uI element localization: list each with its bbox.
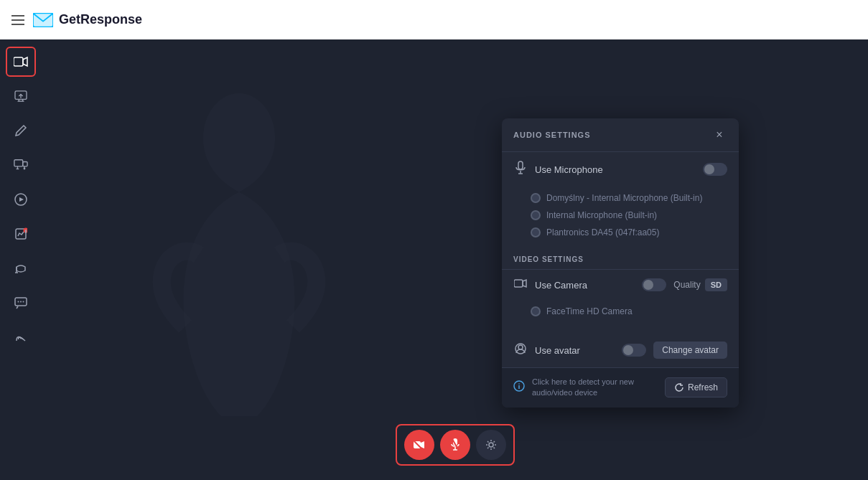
mic-option-label-0: Domyślny - Internal Microphone (Built-in… xyxy=(546,193,702,203)
sidebar-item-broadcast[interactable] xyxy=(6,322,36,352)
svg-marker-32 xyxy=(523,280,526,287)
use-avatar-label: Use avatar xyxy=(535,345,615,356)
change-avatar-button[interactable]: Change avatar xyxy=(653,342,727,359)
sidebar: ! xyxy=(0,39,42,480)
avatar-toggle[interactable] xyxy=(622,344,646,357)
detect-row: Click here to detect your new audio/vide… xyxy=(502,367,739,408)
sidebar-item-announcements[interactable] xyxy=(6,253,36,283)
mic-option-0[interactable]: Domyślny - Internal Microphone (Built-in… xyxy=(531,189,727,207)
use-microphone-label: Use Microphone xyxy=(535,164,696,175)
quality-label: Quality xyxy=(673,280,700,290)
svg-rect-31 xyxy=(514,280,523,287)
svg-point-26 xyxy=(23,301,24,303)
refresh-icon xyxy=(674,382,684,392)
svg-rect-9 xyxy=(14,160,23,166)
content-area: AUDIO SETTINGS × Use Microphone xyxy=(42,39,868,480)
background-silhouette xyxy=(113,75,365,434)
hamburger-menu[interactable] xyxy=(11,15,24,25)
microphone-toggle[interactable] xyxy=(703,163,727,176)
camera-options: FaceTime HD Camera xyxy=(502,300,739,327)
svg-point-45 xyxy=(489,443,493,447)
svg-point-34 xyxy=(518,345,523,349)
sidebar-item-reports[interactable]: ! xyxy=(6,219,36,249)
info-icon xyxy=(513,380,525,395)
radio-dot xyxy=(531,227,541,237)
sidebar-item-play[interactable] xyxy=(6,184,36,215)
svg-point-27 xyxy=(20,338,22,339)
logo-icon xyxy=(33,13,53,27)
svg-marker-3 xyxy=(23,57,27,66)
video-toggle-button[interactable] xyxy=(404,430,434,460)
logo-text: GetResponse xyxy=(59,12,142,27)
refresh-label: Refresh xyxy=(688,382,718,392)
svg-point-14 xyxy=(24,168,24,169)
mic-option-1[interactable]: Internal Microphone (Built-in) xyxy=(531,207,727,224)
radio-dot xyxy=(531,210,541,220)
svg-text:!: ! xyxy=(25,230,26,233)
svg-point-37 xyxy=(518,384,520,385)
microphone-options: Domyślny - Internal Microphone (Built-in… xyxy=(502,187,739,248)
refresh-button[interactable]: Refresh xyxy=(665,377,727,397)
panel-header: AUDIO SETTINGS × xyxy=(502,118,739,152)
main-area: ! xyxy=(0,39,868,480)
mic-option-label-1: Internal Microphone (Built-in) xyxy=(546,210,657,220)
settings-panel: AUDIO SETTINGS × Use Microphone xyxy=(502,118,739,408)
avatar-icon xyxy=(513,343,528,357)
use-camera-label: Use Camera xyxy=(535,280,635,291)
svg-rect-2 xyxy=(14,57,23,66)
video-off-icon xyxy=(414,441,425,449)
microphone-icon xyxy=(513,161,528,178)
svg-rect-10 xyxy=(23,161,27,166)
mic-toggle-button[interactable] xyxy=(440,430,470,460)
cam-option-label-0: FaceTime HD Camera xyxy=(546,306,633,316)
mic-off-icon xyxy=(451,438,459,451)
quality-badge: SD xyxy=(705,278,727,291)
use-camera-row: Use Camera Quality SD xyxy=(502,270,739,300)
settings-button[interactable] xyxy=(476,430,506,460)
svg-marker-16 xyxy=(19,197,24,202)
svg-rect-28 xyxy=(518,161,523,169)
svg-point-24 xyxy=(18,301,19,303)
svg-point-25 xyxy=(20,301,22,303)
sidebar-item-screen[interactable] xyxy=(6,81,36,111)
settings-icon xyxy=(485,439,497,451)
radio-dot xyxy=(531,306,541,316)
mic-option-label-2: Plantronics DA45 (047f:aa05) xyxy=(546,227,659,237)
sidebar-item-devices[interactable] xyxy=(6,150,36,180)
sidebar-item-chat[interactable] xyxy=(6,288,36,318)
cam-option-0[interactable]: FaceTime HD Camera xyxy=(531,303,727,320)
use-avatar-row: Use avatar Change avatar xyxy=(502,333,739,367)
panel-audio-title: AUDIO SETTINGS xyxy=(513,131,591,139)
svg-line-23 xyxy=(17,306,18,309)
logo: GetResponse xyxy=(33,12,142,27)
camera-icon xyxy=(513,278,528,291)
close-panel-button[interactable]: × xyxy=(711,127,727,143)
bottom-toolbar xyxy=(396,424,515,466)
mic-option-2[interactable]: Plantronics DA45 (047f:aa05) xyxy=(531,224,727,241)
sidebar-item-edit[interactable] xyxy=(6,116,36,146)
sidebar-item-video[interactable] xyxy=(6,47,36,77)
panel-body: Use Microphone Domyślny - Internal Micro… xyxy=(502,152,739,367)
radio-dot xyxy=(531,193,541,203)
topbar: GetResponse xyxy=(0,0,868,39)
detect-text[interactable]: Click here to detect your new audio/vide… xyxy=(532,377,658,399)
video-settings-header: VIDEO SETTINGS xyxy=(502,248,739,270)
use-microphone-row: Use Microphone xyxy=(502,152,739,187)
camera-toggle[interactable] xyxy=(642,278,666,291)
quality-group: Quality SD xyxy=(673,278,727,291)
